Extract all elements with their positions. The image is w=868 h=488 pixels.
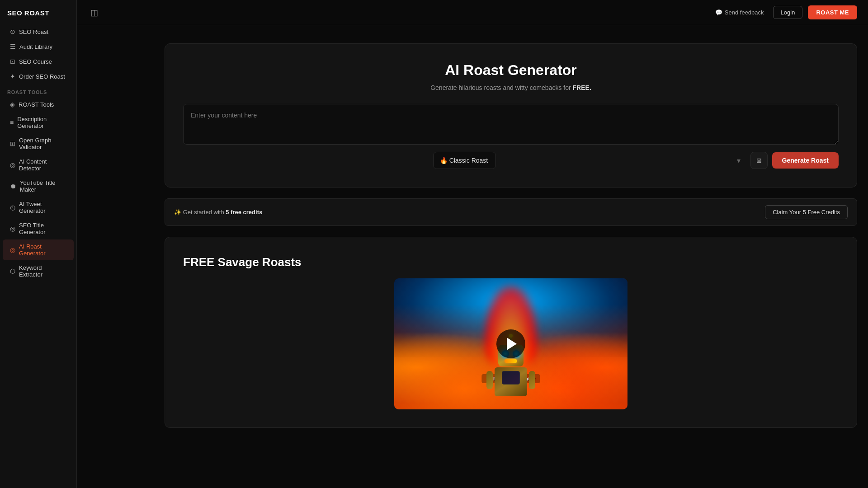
sidebar-item-ai-roast-generator[interactable]: ◎AI Roast Generator — [3, 239, 74, 260]
roast-type-select-wrapper: 🔥 Classic Roast🗡️ Savage Roast😂 Gentle R… — [183, 152, 746, 169]
main-nav: ⊙SEO Roast☰Audit Library⊡SEO Course✦Orde… — [0, 24, 76, 84]
sidebar-item-ai-tweet-generator[interactable]: ◷AI Tweet Generator — [3, 197, 74, 218]
sidebar-item-seo-course[interactable]: ⊡SEO Course — [3, 54, 74, 69]
menu-icon: ◫ — [90, 8, 98, 17]
play-button[interactable] — [496, 329, 525, 358]
subtitle-prefix: Generate hilarious roasts and witty come… — [430, 84, 572, 91]
order-seo-roast-icon: ✦ — [10, 73, 15, 80]
ai-content-detector-icon: ◎ — [10, 161, 15, 169]
sidebar-item-open-graph-validator[interactable]: ⊞Open Graph Validator — [3, 133, 74, 154]
ai-tweet-generator-icon: ◷ — [10, 204, 15, 211]
sidebar-item-roast-tools[interactable]: ◈ROAST Tools — [3, 97, 74, 112]
send-feedback-label: Send feedback — [725, 9, 764, 16]
roast-tools-section-label: ROAST Tools — [0, 84, 76, 97]
sidebar-item-seo-roast[interactable]: ⊙SEO Roast — [3, 24, 74, 39]
app-logo: SEO ROAST — [0, 7, 76, 24]
subtitle-highlight: FREE. — [573, 84, 591, 91]
generator-card: AI Roast Generator Generate hilarious ro… — [165, 43, 857, 188]
sidebar-item-ai-content-detector[interactable]: ◎AI Content Detector — [3, 155, 74, 175]
sidebar-item-label: Audit Library — [19, 43, 52, 50]
youtube-title-maker-icon: ⏺ — [10, 183, 16, 190]
seo-roast-icon: ⊙ — [10, 28, 15, 35]
roast-tools-icon: ◈ — [10, 101, 15, 108]
generator-subtitle: Generate hilarious roasts and witty come… — [183, 84, 839, 91]
sidebar-item-label: YouTube Title Maker — [20, 179, 66, 193]
description-generator-icon: ≡ — [10, 119, 14, 126]
credits-bar: ✨ Get started with 5 free credits Claim … — [165, 198, 857, 226]
sidebar-item-order-seo-roast[interactable]: ✦Order SEO Roast — [3, 69, 74, 84]
savage-section-title: FREE Savage Roasts — [183, 255, 839, 269]
sidebar: SEO ROAST ⊙SEO Roast☰Audit Library⊡SEO C… — [0, 0, 77, 488]
clear-button[interactable]: ⊠ — [750, 152, 768, 169]
sidebar-item-description-generator[interactable]: ≡Description Generator — [3, 112, 74, 133]
credits-count: 5 free credits — [226, 209, 262, 216]
generator-title: AI Roast Generator — [183, 62, 839, 79]
sparkle-icon: ✨ — [174, 209, 181, 216]
sidebar-item-label: AI Content Detector — [19, 158, 66, 172]
open-graph-validator-icon: ⊞ — [10, 140, 15, 147]
ai-roast-generator-icon: ◎ — [10, 246, 15, 253]
header: ◫ 💬 Send feedback Login ROAST ME — [77, 0, 868, 25]
sidebar-toggle-button[interactable]: ◫ — [88, 5, 101, 20]
sidebar-item-keyword-extractor[interactable]: ⬡Keyword Extractor — [3, 261, 74, 282]
robot-arms — [486, 371, 535, 389]
claim-credits-button[interactable]: Claim Your 5 Free Credits — [765, 205, 848, 219]
tools-nav: ◈ROAST Tools≡Description Generator⊞Open … — [0, 97, 76, 282]
feedback-icon: 💬 — [715, 9, 722, 16]
credits-prefix: Get started with — [183, 209, 226, 216]
seo-title-generator-icon: ◎ — [10, 225, 15, 232]
sidebar-item-audit-library[interactable]: ☰Audit Library — [3, 39, 74, 54]
header-left: ◫ — [88, 5, 101, 20]
login-button[interactable]: Login — [773, 6, 803, 19]
audit-library-icon: ☰ — [10, 43, 16, 50]
play-icon — [507, 338, 517, 350]
sidebar-item-label: ROAST Tools — [19, 101, 54, 108]
header-right: 💬 Send feedback Login ROAST ME — [712, 5, 857, 19]
robot-mouth — [505, 359, 517, 363]
sidebar-item-label: SEO Course — [19, 58, 52, 65]
roast-me-button[interactable]: ROAST ME — [808, 5, 857, 19]
controls-row: 🔥 Classic Roast🗡️ Savage Roast😂 Gentle R… — [183, 152, 839, 169]
sidebar-item-label: AI Roast Generator — [19, 243, 66, 257]
clear-icon: ⊠ — [756, 157, 762, 164]
generate-roast-button[interactable]: Generate Roast — [772, 152, 839, 169]
credits-text: ✨ Get started with 5 free credits — [174, 209, 262, 216]
main-content: AI Roast Generator Generate hilarious ro… — [154, 25, 868, 488]
sidebar-item-seo-title-generator[interactable]: ◎SEO Title Generator — [3, 218, 74, 239]
robot-arm-right — [529, 371, 535, 389]
sidebar-item-label: Description Generator — [17, 116, 66, 129]
content-textarea[interactable] — [183, 104, 839, 145]
sidebar-item-label: SEO Roast — [19, 28, 48, 35]
sidebar-item-label: Order SEO Roast — [19, 73, 65, 80]
robot-arm-left — [486, 371, 493, 389]
sidebar-item-label: Keyword Extractor — [19, 264, 66, 278]
video-thumbnail: AI Roast Generator — [394, 278, 627, 409]
seo-course-icon: ⊡ — [10, 58, 15, 65]
savage-roasts-card: FREE Savage Roasts — [165, 237, 857, 428]
video-container[interactable]: AI Roast Generator — [394, 278, 627, 409]
robot-torso — [495, 367, 527, 396]
sidebar-item-label: SEO Title Generator — [19, 222, 66, 235]
sidebar-item-label: Open Graph Validator — [19, 137, 66, 150]
keyword-extractor-icon: ⬡ — [10, 267, 15, 275]
sidebar-item-label: AI Tweet Generator — [19, 201, 66, 214]
send-feedback-button[interactable]: 💬 Send feedback — [712, 6, 768, 19]
roast-type-select[interactable]: 🔥 Classic Roast🗡️ Savage Roast😂 Gentle R… — [433, 152, 496, 169]
sidebar-item-youtube-title-maker[interactable]: ⏺YouTube Title Maker — [3, 176, 74, 197]
